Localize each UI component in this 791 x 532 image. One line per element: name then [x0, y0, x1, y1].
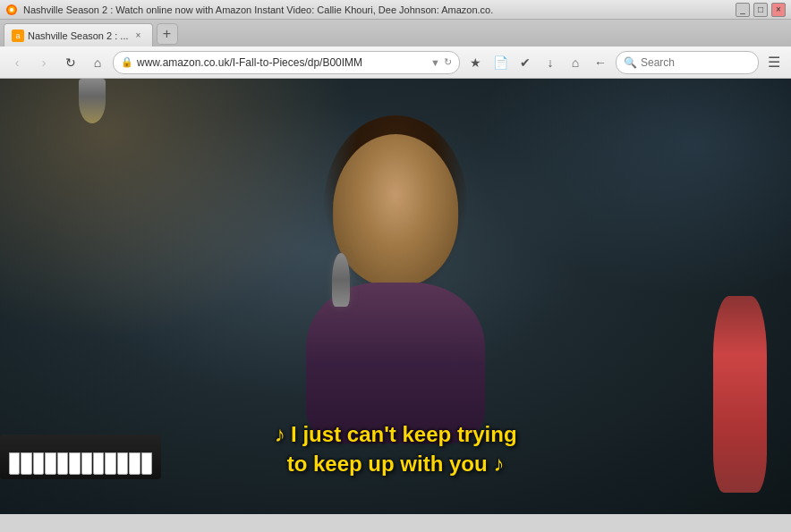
keyboard-keys — [9, 452, 152, 475]
svg-point-2 — [10, 8, 13, 12]
search-input[interactable] — [641, 56, 748, 69]
forward-button[interactable]: › — [32, 51, 55, 74]
window-title: Nashville Season 2 : Watch online now wi… — [23, 4, 730, 15]
subtitles-container: ♪ I just can't keep trying to keep up wi… — [274, 419, 516, 479]
person-face — [333, 134, 458, 286]
key — [45, 452, 55, 475]
pocket-button[interactable]: ✔ — [514, 51, 537, 74]
new-tab-button[interactable]: + — [157, 23, 178, 45]
key — [57, 452, 68, 475]
search-container: 🔍 — [616, 51, 759, 74]
home-button[interactable]: ⌂ — [86, 51, 109, 74]
key — [93, 452, 104, 475]
subtitle-line-1: ♪ I just can't keep trying — [274, 419, 516, 450]
refresh-small-icon[interactable]: ↻ — [444, 56, 452, 68]
home-nav-button[interactable]: ⌂ — [564, 51, 587, 74]
tab-label: Nashville Season 2 : ... — [28, 30, 129, 41]
title-bar: Nashville Season 2 : Watch online now wi… — [0, 0, 791, 20]
address-bar[interactable] — [137, 56, 427, 69]
tab-close-button[interactable]: × — [132, 30, 145, 42]
address-bar-container: 🔒 ▼ ↻ — [113, 51, 460, 74]
browser-icon — [5, 4, 18, 16]
key — [9, 452, 20, 475]
close-button[interactable]: × — [771, 3, 786, 17]
share-button[interactable]: ← — [589, 51, 612, 74]
key — [21, 452, 31, 475]
security-icon: 🔒 — [121, 56, 133, 68]
refresh-button[interactable]: ↻ — [59, 51, 82, 74]
bookmark-star-button[interactable]: ★ — [464, 51, 487, 74]
nav-bar: ‹ › ↻ ⌂ 🔒 ▼ ↻ ★ 📄 ✔ ↓ ⌂ ← 🔍 ☰ — [0, 46, 791, 79]
key — [117, 452, 128, 475]
dropdown-icon[interactable]: ▼ — [430, 57, 440, 68]
maximize-button[interactable]: □ — [753, 3, 768, 17]
search-icon: 🔍 — [624, 56, 637, 69]
reading-list-button[interactable]: 📄 — [489, 51, 512, 74]
key — [105, 452, 115, 475]
microphone-prop — [332, 253, 350, 307]
back-button[interactable]: ‹ — [5, 51, 29, 74]
window-controls: _ □ × — [736, 3, 786, 17]
tab-bar: a Nashville Season 2 : ... × + — [0, 20, 791, 46]
video-container[interactable]: ♪ I just can't keep trying to keep up wi… — [0, 79, 791, 514]
key — [81, 452, 92, 475]
key — [33, 452, 44, 475]
key — [141, 452, 152, 475]
key — [129, 452, 140, 475]
minimize-button[interactable]: _ — [736, 3, 750, 17]
key — [69, 452, 80, 475]
active-tab[interactable]: a Nashville Season 2 : ... × — [4, 23, 153, 46]
keyboard-prop — [0, 435, 161, 479]
person-area — [217, 79, 574, 449]
subtitle-line-2: to keep up with you ♪ — [274, 449, 516, 479]
tab-favicon: a — [12, 30, 24, 42]
menu-button[interactable]: ☰ — [762, 51, 786, 74]
guitar-prop — [713, 296, 767, 493]
downloads-button[interactable]: ↓ — [539, 51, 562, 74]
toolbar-icons: ★ 📄 ✔ ↓ ⌂ ← — [464, 51, 612, 74]
